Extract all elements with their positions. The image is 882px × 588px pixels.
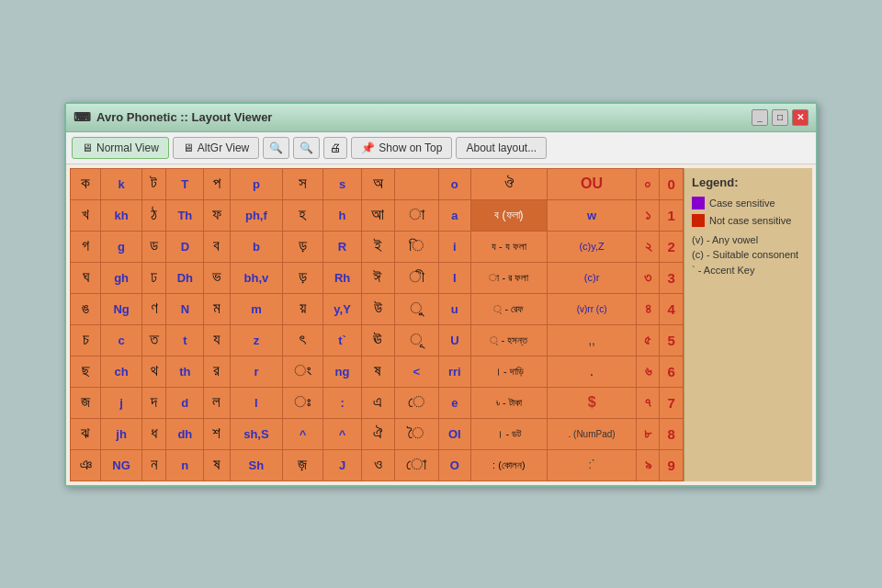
key-cell: D <box>166 231 204 262</box>
zoom-in-button[interactable]: 🔍 <box>263 137 289 159</box>
altgr-view-button[interactable]: 🖥 AltGr View <box>173 137 259 159</box>
key-cell: উ <box>362 293 394 324</box>
key-cell: Th <box>166 199 204 231</box>
key-cell: th <box>166 356 204 387</box>
pin-icon: 📌 <box>361 141 375 154</box>
key-cell: $ <box>548 387 637 418</box>
key-grid-container: ক k ট T প p স s অ o ঔ OU ০ 0 <box>70 168 684 481</box>
key-cell: Dh <box>166 262 204 293</box>
key-cell: k <box>101 168 141 199</box>
key-cell: ও <box>362 449 394 481</box>
key-cell: য <box>204 324 230 356</box>
key-cell: j <box>101 387 141 418</box>
legend-case-sensitive: Case sensitive <box>692 197 805 209</box>
table-row: ঙ Ng ণ N ম m য় y,Y উ ু u ্ - রেফ (v)rr … <box>71 293 684 324</box>
key-cell: dh <box>166 418 204 449</box>
key-cell: ঢ <box>141 262 166 293</box>
key-cell: 6 <box>660 356 684 387</box>
key-cell: ই <box>362 231 394 262</box>
key-cell: । - ডট <box>470 418 547 449</box>
key-cell: N <box>166 293 204 324</box>
key-cell: এ <box>362 387 394 418</box>
key-cell: OI <box>439 418 471 449</box>
key-cell: a <box>439 199 471 231</box>
key-cell: d <box>166 387 204 418</box>
key-cell: ঠ <box>141 199 166 231</box>
key-cell: দ <box>141 387 166 418</box>
key-cell: Rh <box>322 262 362 293</box>
key-cell: ট <box>141 168 166 199</box>
table-row: ক k ট T প p স s অ o ঔ OU ০ 0 <box>71 168 684 199</box>
key-cell: ঊ <box>362 324 394 356</box>
normal-view-button[interactable]: 🖥 Normal View <box>72 137 169 159</box>
legend-note-1: (v) - Any vowel <box>692 232 805 248</box>
key-cell: ূ <box>394 324 438 356</box>
key-cell: t` <box>322 324 362 356</box>
case-sensitive-color-box <box>692 197 705 209</box>
minimize-button[interactable]: _ <box>752 109 768 126</box>
key-cell: t <box>166 324 204 356</box>
title-bar-left: ⌨ Avro Phonetic :: Layout Viewer <box>74 110 272 124</box>
key-cell: ^ <box>283 418 322 449</box>
case-sensitive-label: Case sensitive <box>709 198 775 209</box>
key-cell: ্ - রেফ <box>470 293 547 324</box>
table-row: ছ ch থ th র r ং ng ষ < rri । - দাড়ি . ৬ <box>71 356 684 387</box>
key-cell: ী <box>394 262 438 293</box>
key-cell: ৳ - টাকা <box>470 387 547 418</box>
key-cell: i <box>439 231 471 262</box>
table-row: খ kh ঠ Th ফ ph,f হ h আ া a ব (ফলা) w ১ <box>71 199 684 231</box>
key-cell: r <box>230 356 283 387</box>
key-cell: kh <box>101 199 141 231</box>
key-cell: ০ <box>637 168 660 199</box>
key-cell: ্ - হসন্ত <box>470 324 547 356</box>
window-icon: ⌨ <box>74 110 91 124</box>
key-cell: ঈ <box>362 262 394 293</box>
key-cell: :` <box>548 449 637 481</box>
key-cell <box>394 168 438 199</box>
key-cell: : <box>322 387 362 418</box>
key-cell: ঘ <box>71 262 101 293</box>
key-cell: p <box>230 168 283 199</box>
zoom-out-button[interactable]: 🔍 <box>293 137 320 159</box>
title-bar-controls: _ □ ✕ <box>752 109 808 126</box>
legend-not-case-sensitive: Not case sensitive <box>692 214 805 227</box>
key-cell: ^ <box>322 418 362 449</box>
not-case-sensitive-label: Not case sensitive <box>709 215 791 226</box>
maximize-button[interactable]: □ <box>772 109 788 126</box>
key-cell: গ <box>71 231 101 262</box>
table-row: ঞ NG ন n ষ Sh জ় J ও ো O : (কোলন) :` ৯ <box>71 449 684 481</box>
key-cell: w <box>548 199 637 231</box>
key-cell: s <box>322 168 362 199</box>
about-layout-button[interactable]: About layout... <box>456 137 547 159</box>
key-cell: ঞ <box>71 449 101 481</box>
key-cell: 9 <box>660 449 684 481</box>
key-cell: . (NumPad) <box>548 418 637 449</box>
key-cell: স <box>283 168 322 199</box>
main-area: ক k ট T প p স s অ o ঔ OU ০ 0 <box>66 164 816 485</box>
key-cell: < <box>394 356 438 387</box>
key-cell: া <box>394 199 438 231</box>
print-button[interactable]: 🖨 <box>323 137 347 159</box>
key-cell: ৪ <box>637 293 660 324</box>
key-cell: য - য ফলা <box>470 231 547 262</box>
not-case-sensitive-color-box <box>692 214 705 227</box>
key-cell: Ng <box>101 293 141 324</box>
key-cell: g <box>101 231 141 262</box>
key-cell: ৩ <box>637 262 660 293</box>
main-window: ⌨ Avro Phonetic :: Layout Viewer _ □ ✕ 🖥… <box>64 102 818 487</box>
key-cell: o <box>439 168 471 199</box>
table-row: ঘ gh ঢ Dh ভ bh,v ড় Rh ঈ ী I া - র ফলা (… <box>71 262 684 293</box>
close-button[interactable]: ✕ <box>792 109 808 126</box>
toolbar: 🖥 Normal View 🖥 AltGr View 🔍 🔍 🖨 📌 Show … <box>66 132 816 164</box>
key-cell: Sh <box>230 449 283 481</box>
key-cell: sh,S <box>230 418 283 449</box>
key-cell: ঐ <box>362 418 394 449</box>
key-cell: ড় <box>283 262 322 293</box>
key-cell: gh <box>101 262 141 293</box>
key-cell: h <box>322 199 362 231</box>
window-title: Avro Phonetic :: Layout Viewer <box>96 110 272 124</box>
key-cell: ছ <box>71 356 101 387</box>
key-grid: ক k ট T প p স s অ o ঔ OU ০ 0 <box>70 168 684 481</box>
key-cell: ১ <box>637 199 660 231</box>
show-on-top-button[interactable]: 📌 Show on Top <box>351 137 452 159</box>
